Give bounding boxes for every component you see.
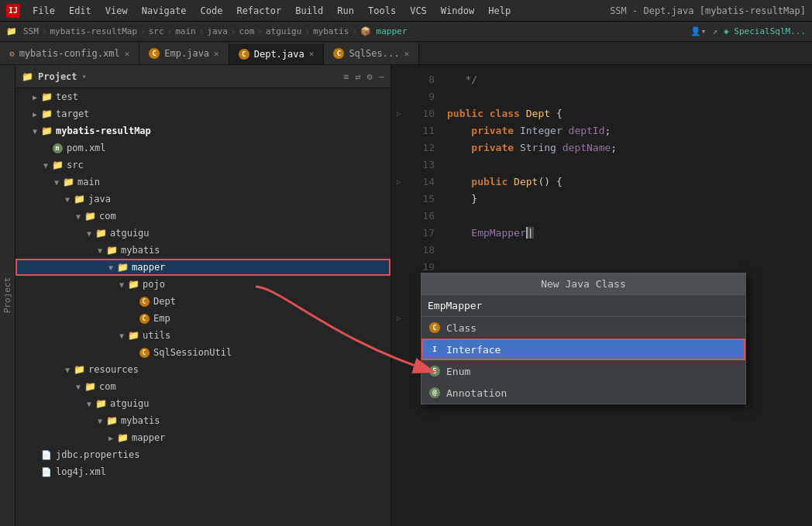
tree-arrow: ▶ <box>29 110 40 119</box>
tree-item-res-mapper[interactable]: ▶ 📁 mapper <box>15 429 391 446</box>
file-icon-c: C <box>138 314 150 323</box>
dropdown-item-enum[interactable]: E Enum <box>421 360 745 382</box>
menu-tools[interactable]: Tools <box>362 4 402 18</box>
tab-close[interactable]: × <box>125 49 130 59</box>
tab-mybatis-config[interactable]: ⚙ mybatis-config.xml × <box>0 43 139 64</box>
tree-arrow: ▶ <box>105 434 116 442</box>
breadcrumb-com[interactable]: com <box>239 26 254 36</box>
breadcrumb-java[interactable]: java <box>207 26 228 36</box>
tree-item-mybatis[interactable]: ▼ 📁 mybatis <box>15 242 391 259</box>
menu-help[interactable]: Help <box>482 4 517 18</box>
item-label: Class <box>446 322 477 334</box>
folder-icon: 📁 <box>73 365 85 374</box>
dropdown-item-annotation[interactable]: @ Annotation <box>421 382 745 404</box>
dialog-input-area[interactable] <box>421 295 745 317</box>
tab-sqlses[interactable]: C SqlSes... × <box>324 43 419 64</box>
annotation-icon: @ <box>429 387 440 398</box>
main-layout: Project 📁 Project ▾ ≡ ⇄ ⚙ – ▶ <box>0 65 812 526</box>
project-title: Project <box>38 71 77 82</box>
code-line-16 <box>447 208 812 225</box>
breadcrumb-src[interactable]: src <box>149 26 164 36</box>
tree-arrow: ▼ <box>116 332 127 340</box>
menu-vcs[interactable]: VCS <box>404 4 433 18</box>
menu-file[interactable]: File <box>26 4 61 18</box>
tab-close[interactable]: × <box>404 49 409 59</box>
menu-view[interactable]: View <box>99 4 134 18</box>
menu-navigate[interactable]: Navigate <box>136 4 193 18</box>
tree-label: atguigu <box>110 228 150 239</box>
tree-item-pojo[interactable]: ▼ 📁 pojo <box>15 276 391 293</box>
title-bar: IJ File Edit View Navigate Code Refactor… <box>0 0 812 22</box>
class-name-input[interactable] <box>428 300 739 311</box>
code-line-8: */ <box>447 71 812 88</box>
menu-run[interactable]: Run <box>331 4 360 18</box>
project-action-split[interactable]: ⇄ <box>355 71 360 82</box>
tree-arrow: ▼ <box>95 417 105 425</box>
folder-icon: 📁 <box>51 160 64 170</box>
tree-arrow: ▶ <box>29 93 40 101</box>
code-line-14: public Dept() { <box>447 174 812 191</box>
tree-item-resources[interactable]: ▼ 📁 resources <box>15 361 391 378</box>
breadcrumb-mapper[interactable]: 📦 mapper <box>360 26 407 36</box>
tree-item-res-com[interactable]: ▼ 📁 com <box>15 378 391 395</box>
breadcrumb: 📁 SSM › mybatis-resultMap › src › main ›… <box>0 22 812 42</box>
breadcrumb-action-1[interactable]: 👤▾ <box>690 26 707 36</box>
folder-icon: 📁 <box>116 263 129 272</box>
tree-item-res-atguigu[interactable]: ▼ 📁 atguigu <box>15 395 391 412</box>
tree-item-dept[interactable]: C Dept <box>15 293 391 310</box>
breadcrumb-ssm[interactable]: SSM <box>23 26 39 36</box>
tree-item-com[interactable]: ▼ 📁 com <box>15 208 391 225</box>
java-c-icon: C <box>333 48 344 59</box>
tree-arrow: ▼ <box>40 161 51 170</box>
menu-refactor[interactable]: Refactor <box>230 4 287 18</box>
tree-item-utils[interactable]: ▼ 📁 utils <box>15 327 391 344</box>
tree-item-test[interactable]: ▶ 📁 test <box>15 88 391 105</box>
tree-label: Dept <box>153 296 176 307</box>
tree-item-jdbc[interactable]: 📄 jdbc.properties <box>15 446 391 463</box>
tab-dept-java[interactable]: C Dept.java × <box>229 43 325 64</box>
tree-item-emp[interactable]: C Emp <box>15 310 391 327</box>
code-line-17: EmpMapper| <box>447 225 812 242</box>
menu-edit[interactable]: Edit <box>63 4 98 18</box>
dropdown-item-class[interactable]: C Class <box>421 317 745 339</box>
project-action-minimize[interactable]: – <box>379 71 384 82</box>
breadcrumb-action-2[interactable]: ↗ <box>712 26 717 36</box>
tree-label: mybatis <box>121 245 160 256</box>
breadcrumb-action-3[interactable]: ◈ SpecialSqlM... <box>724 26 806 36</box>
tab-label: Emp.java <box>164 48 209 59</box>
project-action-settings[interactable]: ⚙ <box>367 71 373 82</box>
tree-item-java[interactable]: ▼ 📁 java <box>15 191 391 208</box>
dropdown-item-interface[interactable]: I Interface <box>421 339 745 360</box>
menu-build[interactable]: Build <box>289 4 329 18</box>
tab-emp-java[interactable]: C Emp.java × <box>139 43 229 64</box>
project-header: 📁 Project ▾ ≡ ⇄ ⚙ – <box>15 65 391 88</box>
tree-item-pom[interactable]: m pom.xml <box>15 139 391 156</box>
project-side-tab[interactable]: Project <box>2 277 12 313</box>
folder-icon: 📁 <box>127 280 139 289</box>
tab-label: Dept.java <box>254 49 304 60</box>
tree-item-target[interactable]: ▶ 📁 target <box>15 105 391 122</box>
tree-label: main <box>77 177 100 187</box>
menu-bar[interactable]: File Edit View Navigate Code Refactor Bu… <box>26 4 517 18</box>
menu-code[interactable]: Code <box>194 4 229 18</box>
tree-item-src[interactable]: ▼ 📁 src <box>15 156 391 174</box>
breadcrumb-mybatis[interactable]: mybatis <box>313 26 349 36</box>
code-editor: ▷ ▷ ▷ 8 9 10 11 12 <box>391 65 812 526</box>
breadcrumb-atguigu[interactable]: atguigu <box>266 26 301 36</box>
tree-item-log4j[interactable]: 📄 log4j.xml <box>15 463 391 480</box>
tree-item-mapper[interactable]: ▼ 📁 mapper <box>15 259 391 276</box>
code-line-9 <box>447 88 812 105</box>
tab-close[interactable]: × <box>309 49 315 59</box>
menu-window[interactable]: Window <box>435 4 480 18</box>
tree-item-mybatis-resultmap[interactable]: ▼ 📁 mybatis-resultMap <box>15 122 391 139</box>
tree-label: mybatis-resultMap <box>56 125 151 136</box>
project-action-align[interactable]: ≡ <box>343 71 349 82</box>
tree-item-main[interactable]: ▼ 📁 main <box>15 174 391 191</box>
breadcrumb-project[interactable]: mybatis-resultMap <box>50 26 138 36</box>
breadcrumb-main[interactable]: main <box>175 26 196 36</box>
dialog-title: New Java Class <box>421 273 745 295</box>
tab-close[interactable]: × <box>214 49 219 59</box>
tree-item-sqlsessionutil[interactable]: C SqlSessionUtil <box>15 344 391 361</box>
tree-item-res-mybatis[interactable]: ▼ 📁 mybatis <box>15 412 391 429</box>
tree-item-atguigu[interactable]: ▼ 📁 atguigu <box>15 225 391 242</box>
